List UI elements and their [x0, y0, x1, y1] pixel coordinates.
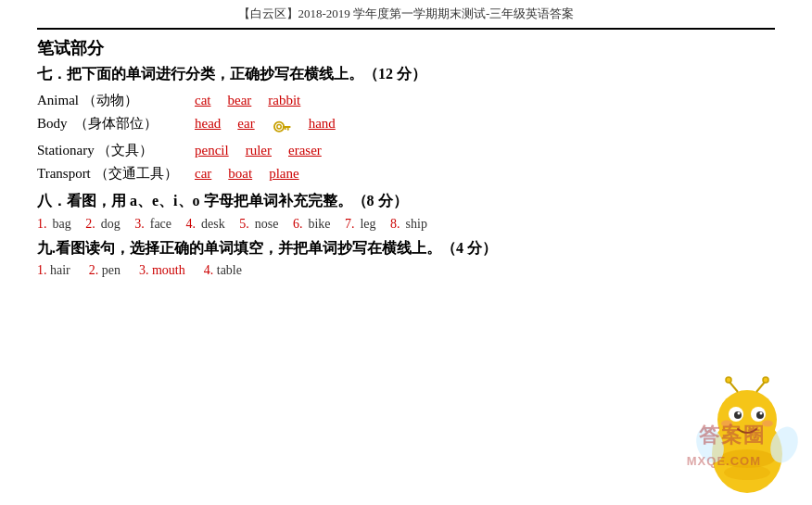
- svg-rect-2: [282, 126, 290, 128]
- item-3-num: 3.: [134, 217, 145, 232]
- question-eight-items: 1.bag 2.dog 3.face 4.desk 5.nose 6.bike …: [37, 217, 775, 232]
- key-icon: [272, 119, 292, 139]
- word-eraser: eraser: [288, 143, 322, 158]
- item-4-word: desk: [201, 217, 225, 232]
- nine-word-4: table: [217, 263, 242, 277]
- nine-item-1: 1. hair: [37, 263, 70, 278]
- item-4-num: 4.: [186, 217, 197, 232]
- category-body-words: head ear hand: [195, 116, 336, 136]
- nine-word-1: hair: [50, 263, 70, 277]
- nine-num-3: 3.: [139, 263, 149, 277]
- item-7-num: 7.: [345, 217, 355, 232]
- page-header: 【白云区】2018-2019 学年度第一学期期末测试-三年级英语答案: [37, 0, 775, 26]
- category-animal-label: Animal （动物）: [37, 92, 195, 109]
- item-3-word: face: [150, 217, 171, 232]
- item-5-num: 5.: [239, 217, 249, 232]
- question-seven-title: 七．把下面的单词进行分类，正确抄写在横线上。（12 分）: [37, 65, 775, 84]
- item-1-word: bag: [53, 217, 71, 232]
- item-5-word: nose: [255, 217, 279, 232]
- item-2-num: 2.: [85, 217, 95, 232]
- nine-num-1: 1.: [37, 263, 47, 277]
- question-nine-items: 1. hair 2. pen 3. mouth 4. table: [37, 263, 775, 278]
- watermark-english: MXQE.COM: [687, 454, 761, 468]
- watermark-text-1: 答案圈: [699, 423, 766, 447]
- word-pencil: pencil: [195, 143, 229, 158]
- category-stationary-label: Stationary （文具）: [37, 142, 195, 159]
- nine-item-2: 2. pen: [89, 263, 121, 278]
- word-plane: plane: [269, 166, 298, 182]
- header-title: 【白云区】2018-2019 学年度第一学期期末测试-三年级英语答案: [238, 6, 575, 20]
- nine-item-3: 3. mouth: [139, 263, 185, 278]
- item-8-word: ship: [406, 217, 427, 232]
- item-2-word: dog: [101, 217, 121, 232]
- question-nine-title: 九.看图读句，选择正确的单词填空，并把单词抄写在横线上。（4 分）: [37, 239, 775, 259]
- word-car: car: [195, 166, 211, 182]
- category-transport-label: Transport （交通工具）: [37, 165, 195, 183]
- svg-point-20: [763, 377, 768, 383]
- svg-rect-4: [285, 128, 286, 130]
- word-ear: ear: [237, 116, 254, 136]
- word-boat: boat: [228, 166, 252, 182]
- nine-word-2: pen: [102, 263, 121, 277]
- category-animal-row: Animal （动物） cat bear rabbit: [37, 92, 775, 109]
- svg-point-0: [274, 122, 284, 132]
- item-8-num: 8.: [390, 217, 400, 232]
- nine-item-4: 4. table: [204, 263, 242, 278]
- category-body-label: Body （身体部位）: [37, 115, 195, 133]
- svg-point-14: [760, 412, 763, 415]
- category-animal-words: cat bear rabbit: [195, 93, 300, 108]
- category-transport-row: Transport （交通工具） car boat plane: [37, 165, 775, 183]
- page-container: 【白云区】2018-2019 学年度第一学期期末测试-三年级英语答案 笔试部分 …: [0, 0, 812, 505]
- question-eight-title: 八．看图，用 a、e、i、o 字母把单词补充完整。（8 分）: [37, 192, 775, 211]
- nine-num-2: 2.: [89, 263, 99, 277]
- svg-point-1: [277, 125, 281, 129]
- word-head: head: [195, 116, 221, 136]
- item-6-num: 6.: [293, 217, 303, 232]
- item-1-num: 1.: [37, 217, 47, 232]
- word-ruler: ruler: [246, 143, 272, 158]
- category-stationary-words: pencil ruler eraser: [195, 143, 322, 158]
- nine-word-3: mouth: [152, 263, 185, 277]
- svg-rect-3: [287, 128, 289, 131]
- word-rabbit: rabbit: [268, 93, 300, 108]
- header-divider: [37, 28, 775, 30]
- category-stationary-row: Stationary （文具） pencil ruler eraser: [37, 142, 775, 159]
- watermark-text-2: MXQE.COM: [687, 454, 761, 468]
- word-bear: bear: [227, 93, 251, 108]
- word-hand: hand: [309, 116, 336, 136]
- category-body-row: Body （身体部位） head ear hand: [37, 115, 775, 136]
- section-written-label: 笔试部分: [37, 37, 775, 59]
- nine-num-4: 4.: [204, 263, 214, 277]
- word-cat: cat: [195, 93, 210, 108]
- category-transport-words: car boat plane: [195, 166, 299, 182]
- watermark-chinese: 答案圈: [699, 422, 766, 449]
- item-6-word: bike: [308, 217, 330, 232]
- item-7-word: leg: [360, 217, 375, 232]
- svg-point-13: [738, 412, 741, 415]
- svg-point-18: [726, 377, 731, 383]
